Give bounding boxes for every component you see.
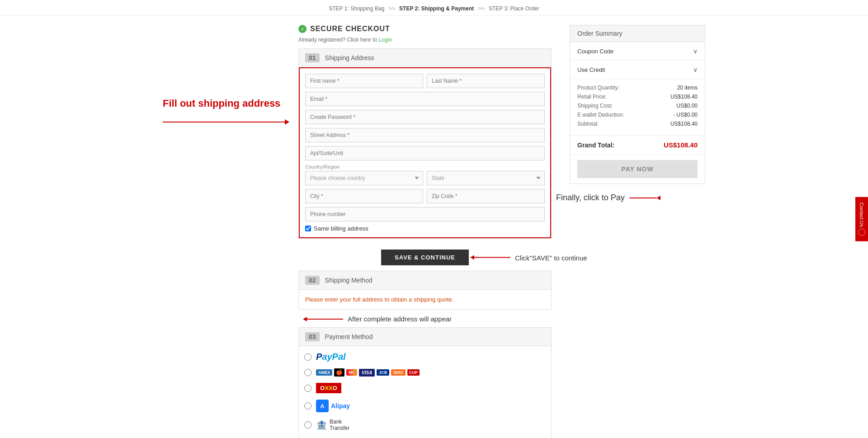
- coupon-row[interactable]: Coupon Code ∨: [570, 42, 705, 61]
- shipping-method-section: 02 Shipping Method Please enter your ful…: [298, 271, 552, 310]
- save-continue-button[interactable]: SAVE & CONTINUE: [381, 250, 469, 265]
- visa-badge: VISA: [359, 369, 375, 377]
- section-02-number: 02: [305, 276, 320, 285]
- shipping-address-section: 01 Shipping Address: [298, 48, 552, 239]
- secure-checkout-title: SECURE CHECKOUT: [310, 25, 390, 33]
- paypal-radio[interactable]: [304, 353, 311, 361]
- email-row: [305, 92, 545, 106]
- ewallet-label: E-wallet Deduction:: [577, 112, 624, 118]
- pay-now-button[interactable]: PAY NOW: [577, 160, 698, 178]
- coupon-label: Coupon Code: [577, 48, 613, 55]
- ewallet-value: - US$0.00: [673, 112, 698, 118]
- contact-sidebar[interactable]: Contact Us: [855, 197, 868, 241]
- contact-us-label: Contact Us: [859, 202, 864, 226]
- grand-total-row: Grand Total: US$108.40: [570, 136, 705, 155]
- phone-row: [305, 207, 545, 221]
- shipping-annotation-text: After complete address will appear: [348, 315, 452, 323]
- street-row: [305, 128, 545, 142]
- order-summary-panel: Order Summary Coupon Code ∨ Use Credit ∨…: [570, 25, 705, 184]
- alipay-radio[interactable]: [304, 402, 311, 410]
- login-link[interactable]: Login: [378, 37, 392, 43]
- email-input[interactable]: [305, 92, 545, 106]
- section-03-number: 03: [305, 332, 320, 341]
- bank-label: BankTransfer: [330, 419, 349, 431]
- password-row: [305, 110, 545, 124]
- login-line: Already registered? Click here to Login: [298, 37, 552, 43]
- grand-total-value: US$108.40: [664, 141, 698, 149]
- shipping-method-header: 02 Shipping Method: [299, 271, 551, 290]
- subtotal-label: Subtotal:: [577, 121, 599, 127]
- state-group: State: [427, 171, 545, 185]
- retail-price-value: US$108.40: [670, 94, 698, 100]
- checkout-area: ✓ SECURE CHECKOUT Already registered? Cl…: [289, 25, 561, 438]
- ewallet-row: E-wallet Deduction: - US$0.00: [577, 112, 698, 118]
- country-select[interactable]: Please choose country: [305, 171, 423, 185]
- country-region-label-row: Country/Region: [305, 164, 545, 170]
- oxxo-radio[interactable]: [304, 385, 311, 392]
- save-arrow: [470, 255, 510, 260]
- shipping-message: Please enter your full address to obtain…: [299, 290, 551, 309]
- shipping-annotation-row: After complete address will appear: [298, 315, 552, 323]
- bank-logo: 🏦 BankTransfer: [316, 419, 349, 431]
- step2[interactable]: STEP 2: Shipping & Payment: [399, 5, 475, 12]
- fill-address-annotation: Fill out shipping address: [163, 97, 289, 110]
- shipping-cost-row: Shipping Cost: US$0.00: [577, 103, 698, 109]
- shipping-address-title: Shipping Address: [325, 54, 374, 61]
- retail-price-label: Retail Price:: [577, 94, 607, 100]
- jcb-badge: JCB: [377, 369, 389, 376]
- payment-option-oxxo[interactable]: OXXO: [304, 383, 546, 393]
- cards-radio[interactable]: [304, 369, 311, 376]
- payment-options: PayPal AMEX 🍎 MC VISA JCB DISC: [299, 346, 551, 438]
- payment-option-cards[interactable]: AMEX 🍎 MC VISA JCB DISC CUP: [304, 368, 546, 377]
- step3[interactable]: STEP 3: Place Order: [489, 5, 539, 12]
- country-state-row: Please choose country State: [305, 171, 545, 185]
- name-row: [305, 74, 545, 88]
- billing-checkbox-label: Same billing address: [314, 225, 368, 232]
- cup-badge: CUP: [407, 369, 420, 376]
- retail-price-row: Retail Price: US$108.40: [577, 94, 698, 100]
- payment-method-section: 03 Payment Method PayPal: [298, 327, 552, 438]
- contact-circle-icon: [858, 229, 865, 236]
- subtotal-row: Subtotal: US$108.40: [577, 121, 698, 127]
- street-input[interactable]: [305, 128, 545, 142]
- left-annotation-area: Fill out shipping address: [163, 25, 289, 438]
- payment-option-paypal[interactable]: PayPal: [304, 352, 546, 362]
- last-name-input[interactable]: [427, 74, 545, 88]
- password-input[interactable]: [305, 110, 545, 124]
- mastercard-badge: MC: [346, 369, 357, 376]
- fill-address-arrow: [163, 119, 289, 125]
- city-input[interactable]: [305, 189, 423, 203]
- product-quantity-value: 20 items: [677, 85, 698, 91]
- credit-label: Use Credit: [577, 66, 605, 73]
- billing-checkbox-row: Same billing address: [305, 225, 545, 232]
- oxxo-logo: OXXO: [316, 383, 341, 393]
- zip-input[interactable]: [427, 189, 545, 203]
- payment-option-bank[interactable]: 🏦 BankTransfer: [304, 419, 546, 431]
- billing-checkbox[interactable]: [305, 226, 311, 231]
- state-select[interactable]: State: [427, 171, 545, 185]
- shipping-cost-value: US$0.00: [676, 103, 698, 109]
- paypal-logo: PayPal: [316, 352, 346, 362]
- payment-method-header: 03 Payment Method: [299, 328, 551, 346]
- subtotal-value: US$108.40: [670, 121, 698, 127]
- first-name-input[interactable]: [305, 74, 423, 88]
- amex-badge: AMEX: [316, 369, 332, 376]
- product-quantity-row: Product Quantity: 20 items: [577, 85, 698, 91]
- step1[interactable]: STEP 1: Shopping Bag: [329, 5, 386, 12]
- discover-badge: DISC: [391, 369, 406, 376]
- secure-icon: ✓: [298, 25, 307, 33]
- apt-row: [305, 146, 545, 160]
- order-summary-header: Order Summary: [570, 25, 705, 42]
- alipay-logo: A Alipay: [316, 400, 350, 412]
- apt-input[interactable]: [305, 146, 545, 160]
- credit-row[interactable]: Use Credit ∨: [570, 61, 705, 79]
- phone-input[interactable]: [305, 207, 545, 221]
- bank-icon: 🏦: [316, 419, 327, 430]
- credit-chevron-icon: ∨: [693, 66, 698, 73]
- city-zip-row: [305, 189, 545, 203]
- secure-checkout-header: ✓ SECURE CHECKOUT: [298, 25, 552, 33]
- payment-option-alipay[interactable]: A Alipay: [304, 400, 546, 412]
- section-01-number: 01: [305, 53, 320, 62]
- bank-radio[interactable]: [304, 421, 311, 429]
- payment-method-title: Payment Method: [325, 333, 373, 340]
